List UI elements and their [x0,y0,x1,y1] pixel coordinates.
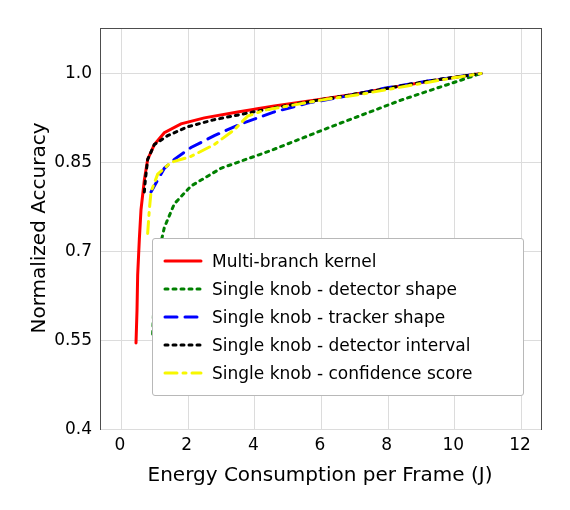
legend-label: Single knob - detector shape [212,279,457,299]
legend-row: Single knob - confidence score [163,359,513,387]
chart-figure: Normalized Accuracy Energy Consumption p… [0,0,570,510]
y-tick-label: 0.85 [54,151,92,171]
x-tick-label: 8 [381,434,392,454]
legend-swatch-icon [163,279,203,299]
legend: Multi-branch kernelSingle knob - detecto… [152,238,524,396]
legend-label: Single knob - confidence score [212,363,473,383]
y-tick-label: 1.0 [65,62,92,82]
legend-label: Single knob - tracker shape [212,307,445,327]
x-tick-label: 0 [115,434,126,454]
series-line [148,73,481,233]
legend-row: Single knob - detector shape [163,275,513,303]
x-axis-label: Energy Consumption per Frame (J) [100,462,540,486]
x-tick-label: 2 [181,434,192,454]
grid-line-h [101,429,541,430]
legend-row: Single knob - tracker shape [163,303,513,331]
x-tick-label: 12 [509,434,531,454]
y-tick-label: 0.4 [65,418,92,438]
legend-swatch-icon [163,251,203,271]
x-tick-label: 4 [248,434,259,454]
y-axis-label: Normalized Accuracy [26,28,50,428]
x-tick-label: 6 [315,434,326,454]
legend-label: Single knob - detector interval [212,335,470,355]
y-tick-label: 0.55 [54,329,92,349]
legend-swatch-icon [163,335,203,355]
legend-swatch-icon [163,307,203,327]
legend-row: Single knob - detector interval [163,331,513,359]
legend-row: Multi-branch kernel [163,247,513,275]
legend-swatch-icon [163,363,203,383]
legend-label: Multi-branch kernel [212,251,377,271]
x-tick-label: 10 [443,434,465,454]
y-tick-label: 0.7 [65,240,92,260]
